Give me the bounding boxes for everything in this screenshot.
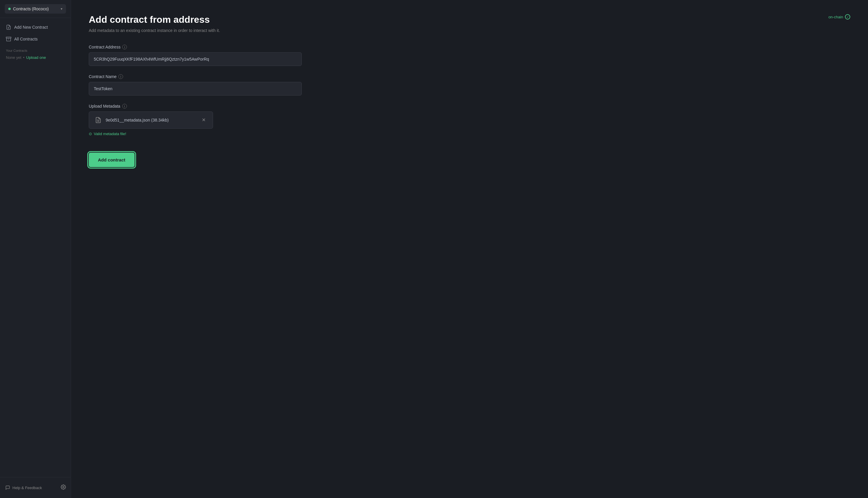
- page-title: Add contract from address: [89, 14, 850, 25]
- help-feedback-button[interactable]: Help & Feedback: [2, 483, 45, 493]
- upload-area[interactable]: 9e0d51__metadata.json (38.34kb) ✕: [89, 112, 213, 129]
- sidebar-item-add-new-contract-label: Add New Contract: [14, 25, 48, 29]
- on-chain-check-icon: ✓: [845, 14, 850, 19]
- sidebar-item-all-contracts[interactable]: All Contracts: [2, 34, 68, 45]
- sidebar-item-all-contracts-label: All Contracts: [14, 37, 38, 41]
- contract-name-input[interactable]: [89, 82, 302, 95]
- page-subtitle: Add metadata to an existing contract ins…: [89, 28, 850, 33]
- bullet-separator: •: [23, 55, 25, 60]
- upload-metadata-info-icon[interactable]: i: [122, 104, 127, 108]
- contract-address-info-icon[interactable]: i: [122, 45, 127, 49]
- add-contract-button[interactable]: Add contract: [89, 153, 134, 167]
- valid-metadata-message: ⊙ Valid metadata file!: [89, 132, 302, 136]
- contract-form: Contract Address i Contract Name i Uploa…: [89, 45, 302, 167]
- your-contracts-section-label: Your Contracts: [2, 45, 68, 54]
- upload-one-link[interactable]: Upload one: [26, 55, 46, 60]
- uploaded-file-name: 9e0d51__metadata.json (38.34kb): [106, 118, 196, 122]
- network-status-dot: [8, 8, 11, 10]
- sidebar: Contracts (Rococo) ▾ Add New Contract Al…: [0, 0, 71, 498]
- contract-name-info-icon[interactable]: i: [118, 74, 123, 79]
- on-chain-label: on-chain: [828, 15, 843, 19]
- contract-name-group: Contract Name i: [89, 74, 302, 95]
- sidebar-footer: Help & Feedback: [0, 477, 71, 498]
- none-yet-text: None yet: [6, 55, 21, 60]
- remove-file-button[interactable]: ✕: [200, 117, 207, 123]
- valid-check-icon: ⊙: [89, 132, 92, 136]
- sidebar-navigation: Add New Contract All Contracts Your Cont…: [0, 18, 71, 477]
- contract-address-group: Contract Address i: [89, 45, 302, 66]
- archive-icon: [6, 36, 11, 42]
- help-feedback-label: Help & Feedback: [12, 486, 42, 490]
- chevron-down-icon: ▾: [61, 7, 62, 11]
- gear-icon: [61, 484, 66, 490]
- contract-address-input[interactable]: [89, 52, 302, 66]
- no-contracts-info: None yet • Upload one: [2, 54, 68, 61]
- network-selector[interactable]: Contracts (Rococo) ▾: [5, 4, 66, 14]
- on-chain-badge: on-chain ✓: [828, 14, 850, 19]
- upload-metadata-label: Upload Metadata i: [89, 104, 302, 108]
- contract-name-label: Contract Name i: [89, 74, 302, 79]
- svg-rect-2: [6, 37, 11, 38]
- file-document-icon: [95, 117, 102, 123]
- sidebar-item-add-new-contract[interactable]: Add New Contract: [2, 22, 68, 33]
- contract-address-label: Contract Address i: [89, 45, 302, 49]
- file-plus-icon: [6, 25, 11, 30]
- settings-button[interactable]: [58, 482, 68, 493]
- sidebar-header: Contracts (Rococo) ▾: [0, 0, 71, 18]
- upload-metadata-group: Upload Metadata i 9e0d51__metadata.json …: [89, 104, 302, 136]
- main-content: on-chain ✓ Add contract from address Add…: [71, 0, 868, 498]
- network-name: Contracts (Rococo): [13, 6, 58, 11]
- svg-point-4: [63, 486, 64, 488]
- chat-icon: [5, 485, 10, 490]
